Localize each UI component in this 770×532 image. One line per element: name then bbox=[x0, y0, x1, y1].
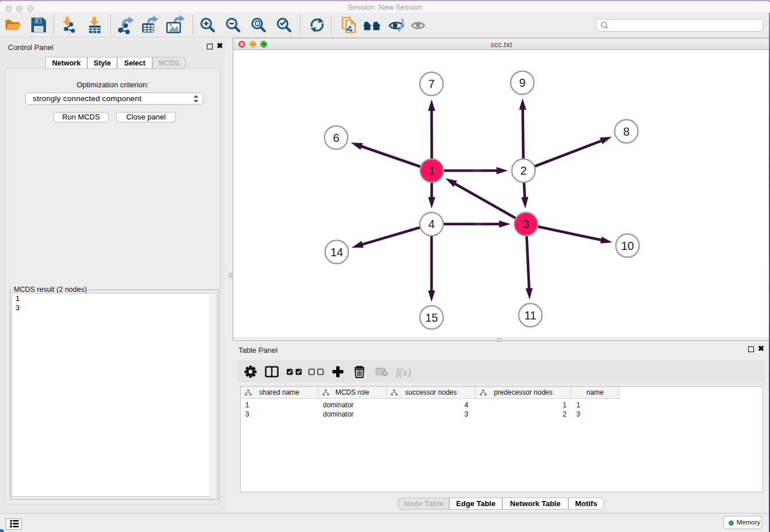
svg-text:11: 11 bbox=[525, 309, 537, 322]
svg-text:4: 4 bbox=[428, 218, 434, 230]
svg-text:f(x): f(x) bbox=[396, 366, 411, 379]
svg-text:3: 3 bbox=[523, 218, 529, 230]
svg-text:1: 1 bbox=[429, 164, 435, 177]
svg-text:2: 2 bbox=[520, 164, 526, 177]
svg-text:8: 8 bbox=[623, 125, 629, 138]
svg-text:9: 9 bbox=[519, 76, 525, 89]
svg-text:14: 14 bbox=[330, 246, 343, 259]
svg-text:10: 10 bbox=[621, 240, 634, 252]
svg-text:15: 15 bbox=[425, 311, 438, 324]
svg-text:7: 7 bbox=[428, 78, 434, 90]
svg-text:6: 6 bbox=[333, 132, 339, 144]
